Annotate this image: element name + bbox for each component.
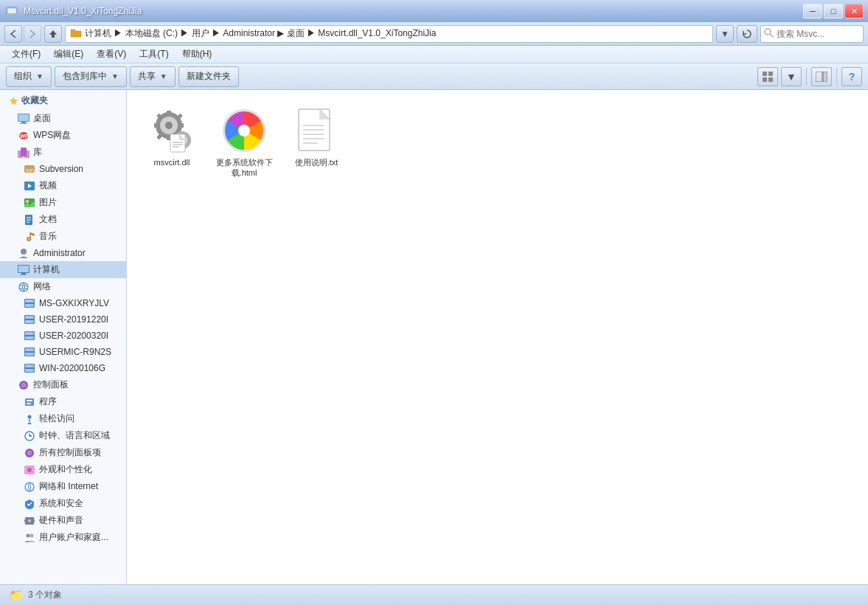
sidebar-item-subversion[interactable]: svn Subversion [0,161,126,177]
address-path-container[interactable]: 计算机 ▶ 本地磁盘 (C:) ▶ 用户 ▶ Administrator ▶ 桌… [65,25,713,43]
svg-text:WPS: WPS [20,134,29,139]
sidebar-item-wps[interactable]: WPS WPS网盘 [0,127,126,144]
svg-rect-91 [167,111,171,115]
sidebar-item-library[interactable]: 库 [0,144,126,161]
sidebar-item-image[interactable]: 图片 [0,194,126,211]
server-label-2: USER-20191220I [39,314,108,325]
image-icon [24,197,35,209]
close-button[interactable]: ✕ [844,4,864,18]
svg-point-25 [26,200,29,203]
svg-point-90 [165,122,173,129]
sidebar-item-clock[interactable]: 时钟、语言和区域 [0,427,126,444]
help-button[interactable]: ? [841,67,862,86]
sidebar-item-video[interactable]: 视频 [0,177,126,194]
doc-icon [24,214,35,226]
sidebar-item-accessibility[interactable]: 轻松访问 [0,410,126,427]
address-bar: 计算机 ▶ 本地磁盘 (C:) ▶ 用户 ▶ Administrator ▶ 桌… [0,22,868,46]
include-library-label: 包含到库中 [63,70,107,83]
sidebar-item-doc[interactable]: 文档 [0,211,126,228]
svg-rect-36 [18,266,29,272]
share-dropdown-icon: ▼ [160,72,167,80]
dll-icon-area [148,107,195,154]
sidebar-item-control-panel[interactable]: 控制面板 [0,376,126,393]
sidebar-item-win[interactable]: WIN-20200106G [0,360,126,376]
view-dropdown-icon[interactable]: ▼ [781,67,802,86]
search-container[interactable] [760,25,864,43]
sidebar-item-computer[interactable]: 计算机 [0,261,126,278]
include-library-dropdown-icon: ▼ [111,72,119,80]
svg-point-67 [23,384,24,386]
system-security-label: 系统和安全 [39,497,83,510]
maximize-button[interactable]: □ [824,4,843,18]
svg-rect-85 [33,519,35,522]
desktop-icon [18,113,29,125]
programs-label: 程序 [39,395,57,408]
menu-view[interactable]: 查看(V) [91,46,132,62]
file-item-txt[interactable]: 使用说明.txt [283,102,350,184]
sidebar-item-all-control[interactable]: 所有控制面板项 [0,444,126,461]
sidebar-item-system-security[interactable]: 系统和安全 [0,495,126,512]
svg-rect-2 [5,13,18,15]
computer-icon [18,264,29,276]
network-icon [18,281,29,293]
svg-point-64 [32,370,33,371]
sidebar-item-network[interactable]: 网络 [0,278,126,295]
sidebar-item-desktop[interactable]: 桌面 [0,110,126,127]
txt-file-label: 使用说明.txt [295,157,338,167]
menu-file[interactable]: 文件(F) [6,46,46,62]
nav-buttons [4,25,62,43]
menu-tools[interactable]: 工具(T) [133,46,174,62]
svg-point-48 [32,317,33,318]
new-folder-button[interactable]: 新建文件夹 [178,66,239,87]
svg-rect-6 [768,72,773,76]
status-bar: 📁 3 个对象 [0,584,868,605]
user-accounts-label: 用户账户和家庭... [39,531,108,544]
sidebar-item-hardware[interactable]: 硬件和声音 [0,512,126,529]
forward-button[interactable] [24,25,41,43]
svg-point-83 [28,519,31,522]
back-button[interactable] [4,25,22,43]
organize-button[interactable]: 组织 ▼ [6,66,52,87]
up-button[interactable] [44,25,62,43]
preview-pane-button[interactable] [811,67,832,86]
include-library-button[interactable]: 包含到库中 ▼ [55,66,127,87]
music-icon [24,231,35,243]
server-icon-4 [24,346,35,358]
view-icon-button[interactable] [757,67,778,86]
svg-point-49 [32,321,33,322]
toolbar-divider [806,68,807,86]
file-item-html[interactable]: 更多系统软件下 载.html [211,102,277,184]
video-label: 视频 [39,179,57,192]
sidebar-item-appearance[interactable]: 外观和个性化 [0,461,126,478]
address-dropdown-button[interactable]: ▼ [716,25,734,43]
sidebar-item-user-accounts[interactable]: 用户账户和家庭... [0,529,126,546]
share-button[interactable]: 共享 ▼ [130,66,176,87]
sidebar-item-network-internet[interactable]: 网络和 Internet [0,478,126,495]
sidebar-item-user-2019[interactable]: USER-20191220I [0,311,126,328]
svg-rect-70 [27,403,31,404]
sidebar-item-user-2020[interactable]: USER-20200320I [0,328,126,344]
sidebar-item-usermic[interactable]: USERMIC-R9N2S [0,344,126,360]
minimize-button[interactable]: ─ [803,4,822,18]
share-label: 共享 [138,70,156,83]
all-control-label: 所有控制面板项 [39,446,101,459]
sidebar-item-music[interactable]: 音乐 [0,228,126,245]
sidebar-item-programs[interactable]: 程序 [0,393,126,410]
menu-edit[interactable]: 编辑(E) [48,46,89,62]
address-path-text: 计算机 ▶ 本地磁盘 (C:) ▶ 用户 ▶ Administrator ▶ 桌… [85,27,436,40]
refresh-button[interactable] [737,25,757,43]
programs-icon [24,396,35,408]
menu-help[interactable]: 帮助(H) [176,46,218,62]
hardware-label: 硬件和声音 [39,514,83,527]
sidebar-item-ms-gxk[interactable]: MS-GXKIXRYJLV [0,295,126,311]
svg-point-43 [32,300,33,302]
svg-rect-105 [188,138,191,142]
wps-label: WPS网盘 [33,129,71,142]
favorites-header[interactable]: ★ 收藏夹 [0,90,126,110]
svg-point-86 [27,533,30,537]
svg-point-54 [32,337,33,339]
file-item-dll[interactable]: msvcirt.dll [139,102,205,184]
sidebar-item-admin[interactable]: Administrator [0,245,126,261]
image-label: 图片 [39,196,57,209]
search-input[interactable] [777,29,850,39]
